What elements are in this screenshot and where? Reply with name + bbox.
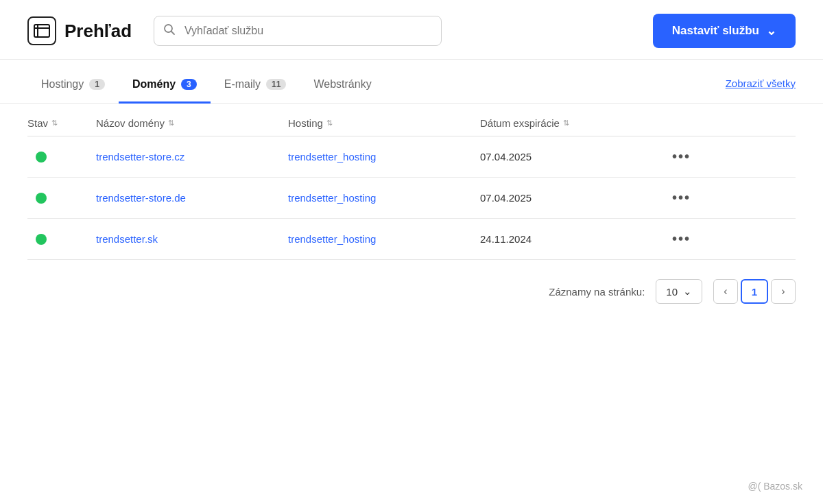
table-row: trendsetter.sk trendsetter_hosting 24.11… — [27, 219, 796, 260]
more-options-button-3[interactable]: ••• — [672, 231, 691, 246]
domain-link-3[interactable]: trendsetter.sk — [96, 233, 158, 245]
table-header: Stav ⇅ Názov domény ⇅ Hosting ⇅ Dátum ex… — [27, 104, 796, 136]
domain-cell-1: trendsetter-store.cz — [96, 151, 288, 163]
more-cell-3: ••• — [672, 231, 727, 247]
hosting-link-2[interactable]: trendsetter_hosting — [288, 192, 376, 204]
prev-page-button[interactable]: ‹ — [713, 279, 738, 304]
page-navigation: ‹ 1 › — [713, 279, 796, 304]
chevron-down-icon: ⌄ — [683, 285, 692, 298]
tab-domeny-badge: 3 — [181, 79, 197, 90]
svg-line-4 — [171, 32, 175, 35]
tab-webstranky[interactable]: Webstránky — [300, 66, 385, 104]
sort-icon-stav[interactable]: ⇅ — [51, 119, 58, 127]
more-options-button-2[interactable]: ••• — [672, 190, 691, 205]
domain-cell-3: trendsetter.sk — [96, 233, 288, 245]
sort-icon-datum[interactable]: ⇅ — [563, 119, 569, 127]
tab-emaily-badge: 11 — [266, 79, 286, 90]
hosting-link-3[interactable]: trendsetter_hosting — [288, 233, 376, 245]
col-header-datum: Dátum exspirácie ⇅ — [480, 117, 672, 129]
more-cell-1: ••• — [672, 149, 727, 165]
hosting-link-1[interactable]: trendsetter_hosting — [288, 151, 376, 163]
status-active-dot — [36, 152, 47, 163]
watermark: @( Bazos.sk — [748, 481, 802, 492]
records-per-page-label: Záznamy na stránku: — [549, 286, 645, 298]
next-page-button[interactable]: › — [771, 279, 796, 304]
expiry-cell-1: 07.04.2025 — [480, 151, 672, 163]
tab-hostingy-badge: 1 — [89, 79, 105, 90]
tab-hostingy[interactable]: Hostingy 1 — [27, 66, 119, 104]
status-active-dot — [36, 193, 47, 204]
table-row: trendsetter-store.de trendsetter_hosting… — [27, 178, 796, 219]
tabs-row: Hostingy 1 Domény 3 E-maily 11 Webstránk… — [0, 65, 823, 104]
logo-icon — [27, 16, 56, 45]
search-icon — [163, 23, 176, 38]
sort-icon-hosting[interactable]: ⇅ — [326, 119, 333, 127]
col-header-nazov: Názov domény ⇅ — [96, 117, 288, 129]
setup-service-button[interactable]: Nastaviť službu ⌄ — [653, 14, 796, 48]
sort-icon-nazov[interactable]: ⇅ — [168, 119, 174, 127]
chevron-down-icon: ⌄ — [766, 23, 776, 38]
logo-area: Prehľad — [27, 16, 137, 45]
per-page-value: 10 — [666, 286, 678, 298]
show-all-link[interactable]: Zobraziť všetky — [726, 77, 796, 91]
status-cell-3 — [27, 234, 96, 245]
hosting-cell-2: trendsetter_hosting — [288, 192, 480, 204]
col-header-actions — [672, 117, 727, 129]
search-input[interactable] — [154, 16, 442, 46]
search-bar — [154, 16, 442, 46]
col-header-stav: Stav ⇅ — [27, 117, 96, 129]
table-row: trendsetter-store.cz trendsetter_hosting… — [27, 136, 796, 178]
more-cell-2: ••• — [672, 190, 727, 206]
col-header-hosting: Hosting ⇅ — [288, 117, 480, 129]
domain-link-1[interactable]: trendsetter-store.cz — [96, 151, 184, 163]
table-area: Stav ⇅ Názov domény ⇅ Hosting ⇅ Dátum ex… — [0, 104, 823, 260]
svg-rect-0 — [34, 25, 49, 37]
status-active-dot — [36, 234, 47, 245]
expiry-cell-2: 07.04.2025 — [480, 192, 672, 204]
pagination-row: Záznamy na stránku: 10 ⌄ ‹ 1 › — [0, 260, 823, 323]
more-options-button-1[interactable]: ••• — [672, 149, 691, 164]
hosting-cell-1: trendsetter_hosting — [288, 151, 480, 163]
current-page-number[interactable]: 1 — [741, 279, 768, 304]
per-page-select[interactable]: 10 ⌄ — [656, 279, 702, 304]
domain-link-2[interactable]: trendsetter-store.de — [96, 192, 186, 204]
header: Prehľad Nastaviť službu ⌄ — [0, 0, 823, 60]
expiry-cell-3: 24.11.2024 — [480, 233, 672, 245]
hosting-cell-3: trendsetter_hosting — [288, 233, 480, 245]
tab-emaily[interactable]: E-maily 11 — [211, 66, 300, 104]
status-cell-1 — [27, 152, 96, 163]
status-cell-2 — [27, 193, 96, 204]
page-title: Prehľad — [64, 21, 132, 42]
tab-domeny[interactable]: Domény 3 — [119, 66, 211, 104]
domain-cell-2: trendsetter-store.de — [96, 192, 288, 204]
